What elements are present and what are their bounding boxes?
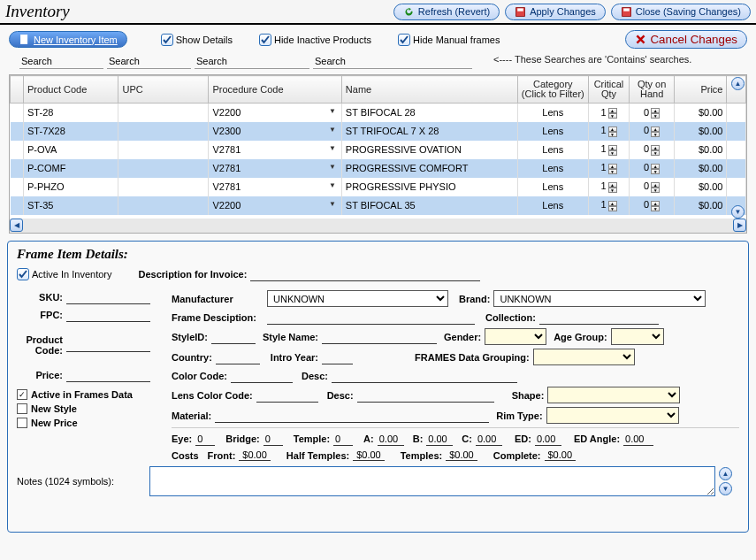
shape-select[interactable] [547,387,680,403]
frames-data-grouping-label: FRAMES Data Grouping: [415,352,530,363]
price-input[interactable] [66,368,150,382]
brand-select[interactable]: UNKNOWN [493,290,706,307]
row-selector-header [11,76,24,104]
scroll-down-icon[interactable]: ▼ [719,482,732,495]
sub-bar: New Inventory Item Show Details Hide Ina… [0,25,756,54]
product-code-input[interactable] [66,338,150,352]
sku-input[interactable] [66,290,150,304]
color-desc-label: Desc: [302,371,328,381]
styleid-input[interactable] [211,330,256,344]
checkmark-icon [398,34,410,46]
hide-manual-checkbox[interactable]: Hide Manual frames [398,34,500,46]
collection-label: Collection: [485,312,536,323]
material-label: Material: [172,410,211,421]
refresh-button[interactable]: Refresh (Revert) [393,4,500,20]
search-upc[interactable]: Search [107,54,191,69]
temples-label: Temples: [401,450,442,461]
active-frames-label: Active in Frames Data [31,389,133,400]
checkmark-icon [259,34,271,46]
color-code-label: Color Code: [172,371,227,381]
scroll-left-icon[interactable]: ◀ [10,219,23,232]
notes-textarea[interactable] [149,466,715,496]
costs-label: Costs [172,450,199,461]
temple-label: Temple: [294,433,330,444]
svg-rect-3 [623,8,630,11]
lens-color-desc-input[interactable] [357,388,494,403]
vertical-scrollbar[interactable]: ▲ ▼ [731,77,745,219]
temple-input[interactable] [333,432,353,446]
style-name-input[interactable] [322,330,437,344]
price-label: Price: [17,370,63,380]
table-row[interactable]: ST-35V2200▼ST BIFOCAL 35Lens1▲▼0▲▼$0.00 [11,196,746,215]
country-input[interactable] [216,350,260,364]
search-product-code[interactable]: Search [19,54,103,69]
c-input[interactable] [476,432,502,446]
color-desc-input[interactable] [332,369,517,383]
gender-label: Gender: [444,332,481,342]
desc-for-invoice-input[interactable] [250,267,480,281]
front-value: $0.00 [239,449,271,461]
show-details-checkbox[interactable]: Show Details [161,34,233,46]
search-procedure-code[interactable]: Search [195,54,309,69]
frames-data-grouping-select[interactable] [533,349,635,365]
eye-input[interactable] [195,432,215,446]
scroll-right-icon[interactable]: ▶ [733,219,746,232]
new-inventory-item-button[interactable]: New Inventory Item [9,31,127,48]
search-hint: <---- These Searches are 'Contains' sear… [493,54,691,69]
svg-rect-1 [517,8,523,11]
frame-description-input[interactable] [267,311,475,325]
material-input[interactable] [215,409,489,423]
notes-scrollbar[interactable]: ▲ ▼ [719,467,732,495]
c-label: C: [462,433,472,444]
col-upc[interactable]: UPC [118,76,209,104]
ed-angle-input[interactable] [623,432,653,446]
new-style-checkbox[interactable] [17,403,27,414]
lens-color-code-input[interactable] [256,388,318,403]
table-row[interactable]: ST-28V2200▼ST BIFOCAL 28Lens1▲▼0▲▼$0.00 [11,104,746,122]
scroll-down-icon[interactable]: ▼ [731,205,745,219]
collection-input[interactable] [539,311,659,325]
col-procedure-code[interactable]: Procedure Code [209,76,341,104]
apply-changes-button[interactable]: Apply Changes [505,4,606,20]
a-input[interactable] [378,432,404,446]
cancel-changes-button[interactable]: Cancel Changes [625,30,747,49]
col-price[interactable]: Price [675,76,727,104]
col-critical-qty[interactable]: Critical Qty [589,76,630,104]
bridge-input[interactable] [263,432,283,446]
fpc-input[interactable] [66,308,150,322]
ed-input[interactable] [535,432,561,446]
hide-inactive-checkbox[interactable]: Hide Inactive Products [259,34,371,46]
new-price-checkbox[interactable] [17,418,27,428]
col-name[interactable]: Name [341,76,517,104]
table-row[interactable]: ST-7X28V2300▼ST TRIFOCAL 7 X 28Lens1▲▼0▲… [11,122,746,141]
lens-color-code-label: Lens Color Code: [172,390,253,401]
lens-color-desc-label: Desc: [327,390,354,401]
col-qty-on-hand[interactable]: Qty on Hand [629,76,675,104]
table-row[interactable]: P-COMFV2781▼PROGRESSIVE COMFORTLens1▲▼0▲… [11,159,746,178]
half-temples-value: $0.00 [353,449,385,461]
eye-label: Eye: [172,433,192,444]
half-temples-label: Half Temples: [286,450,349,461]
horizontal-scrollbar[interactable]: ◀ ▶ [10,219,746,233]
search-name[interactable]: Search [313,54,472,69]
scroll-up-icon[interactable]: ▲ [731,77,745,90]
gender-select[interactable] [485,328,546,345]
manufacturer-select[interactable]: UNKNOWN [267,290,448,307]
col-product-code[interactable]: Product Code [24,76,118,104]
b-input[interactable] [426,432,453,446]
rim-type-select[interactable] [546,407,679,424]
scroll-up-icon[interactable]: ▲ [719,467,732,480]
b-label: B: [413,433,424,444]
product-code-label: ProductCode: [17,334,63,356]
color-code-input[interactable] [231,369,293,383]
table-row[interactable]: P-PHZOV2781▼PROGRESSIVE PHYSIOLens1▲▼0▲▼… [11,178,746,196]
checkmark-icon [161,34,173,46]
table-row[interactable]: P-OVAV2781▼PROGRESSIVE OVATIONLens1▲▼0▲▼… [11,141,746,159]
active-in-inventory-checkbox[interactable]: Active In Inventory [17,268,112,280]
close-save-button[interactable]: Close (Saving Changes) [611,4,751,20]
search-row: Search Search Search Search <---- These … [0,54,756,69]
intro-year-input[interactable] [322,350,353,364]
active-frames-checkbox[interactable]: ✓ [17,389,27,400]
col-category[interactable]: Category (Click to Filter) [517,76,589,104]
age-group-select[interactable] [611,328,664,345]
